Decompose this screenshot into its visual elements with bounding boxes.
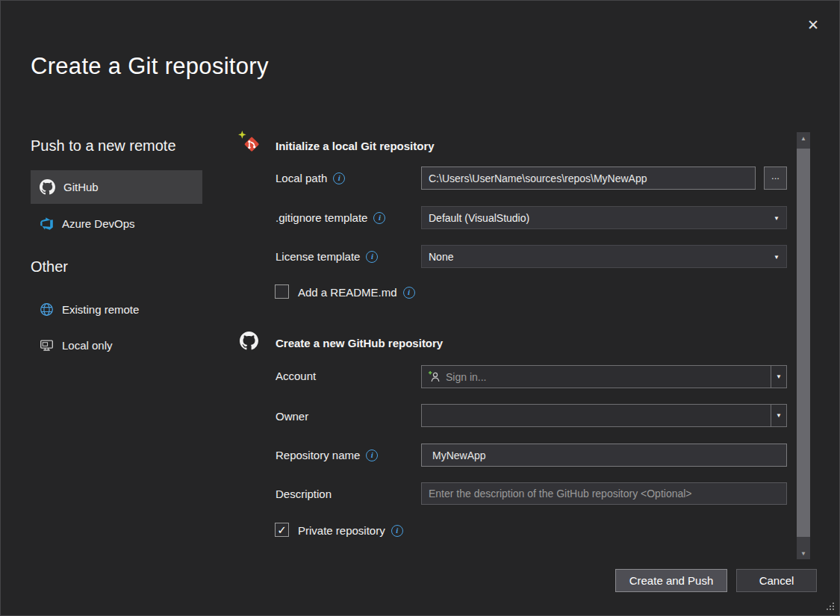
local-path-input[interactable] bbox=[421, 167, 756, 190]
readme-label-text: Add a README.md bbox=[298, 286, 397, 299]
github-icon bbox=[40, 179, 55, 195]
owner-label: Owner bbox=[276, 410, 308, 423]
sidebar-item-label: Existing remote bbox=[62, 303, 139, 316]
account-dropdown-button[interactable]: ▼ bbox=[771, 366, 786, 388]
license-label: License template i bbox=[276, 250, 378, 263]
info-icon[interactable]: i bbox=[366, 251, 378, 263]
sidebar-item-label: GitHub bbox=[63, 181, 99, 193]
create-git-repo-dialog: ✕ Create a Git repository Push to a new … bbox=[0, 0, 840, 616]
private-repo-label: Private repository i bbox=[298, 524, 403, 537]
github-section-heading: Create a new GitHub repository bbox=[276, 337, 443, 349]
close-icon: ✕ bbox=[807, 16, 819, 34]
sidebar-item-existing-remote[interactable]: Existing remote bbox=[31, 295, 202, 323]
browse-label: ... bbox=[771, 171, 780, 181]
account-dropdown[interactable]: Sign in... ▼ bbox=[421, 365, 787, 388]
github-icon bbox=[240, 332, 258, 350]
close-button[interactable]: ✕ bbox=[800, 11, 827, 38]
sidebar-item-github[interactable]: GitHub bbox=[31, 170, 202, 204]
description-label: Description bbox=[276, 488, 332, 500]
account-label: Account bbox=[276, 370, 316, 382]
local-path-label: Local path i bbox=[276, 172, 345, 184]
gitignore-label: .gitignore template i bbox=[276, 211, 385, 224]
owner-dropdown-button[interactable]: ▼ bbox=[771, 405, 786, 426]
info-icon[interactable]: i bbox=[391, 525, 403, 537]
scrollbar-thumb[interactable] bbox=[797, 149, 810, 537]
readme-checkbox[interactable] bbox=[275, 284, 289, 299]
scroll-up-button[interactable]: ▲ bbox=[797, 132, 810, 144]
sidebar-item-label: Local only bbox=[62, 339, 113, 352]
license-label-text: License template bbox=[276, 250, 360, 263]
resize-grip[interactable] bbox=[825, 601, 836, 612]
license-dropdown[interactable]: None ▼ bbox=[421, 245, 787, 268]
private-repo-checkbox[interactable]: ✓ bbox=[275, 523, 289, 537]
local-path-label-text: Local path bbox=[276, 172, 327, 184]
sidebar-item-local-only[interactable]: Local only bbox=[31, 330, 202, 360]
cancel-label: Cancel bbox=[759, 574, 794, 587]
license-value: None bbox=[429, 251, 453, 263]
monitor-icon bbox=[40, 338, 54, 352]
globe-icon bbox=[40, 302, 54, 317]
git-icon bbox=[238, 131, 262, 155]
gitignore-label-text: .gitignore template bbox=[276, 211, 367, 224]
chevron-down-icon[interactable]: ▼ bbox=[774, 253, 780, 260]
create-and-push-button[interactable]: Create and Push bbox=[615, 569, 727, 592]
account-label-text: Account bbox=[276, 370, 316, 382]
scroll-down-button[interactable]: ▼ bbox=[797, 547, 810, 559]
sign-in-icon bbox=[428, 370, 441, 383]
init-section-heading: Initialize a local Git repository bbox=[276, 140, 435, 152]
sidebar-item-azure-devops[interactable]: Azure DevOps bbox=[31, 208, 202, 239]
description-label-text: Description bbox=[276, 488, 332, 500]
cancel-button[interactable]: Cancel bbox=[736, 569, 817, 592]
other-heading: Other bbox=[31, 258, 68, 276]
gitignore-dropdown[interactable]: Default (VisualStudio) ▼ bbox=[421, 206, 787, 229]
info-icon[interactable]: i bbox=[373, 212, 385, 224]
info-icon[interactable]: i bbox=[366, 449, 378, 461]
vertical-scrollbar[interactable]: ▲ ▼ bbox=[797, 132, 810, 559]
check-icon: ✓ bbox=[277, 524, 287, 535]
gitignore-value: Default (VisualStudio) bbox=[429, 212, 529, 224]
repo-name-input[interactable] bbox=[421, 444, 787, 467]
chevron-down-icon: ▼ bbox=[776, 373, 782, 380]
browse-button[interactable]: ... bbox=[764, 167, 787, 190]
owner-dropdown[interactable]: ▼ bbox=[421, 404, 787, 427]
push-remote-heading: Push to a new remote bbox=[31, 137, 176, 155]
account-value: Sign in... bbox=[446, 371, 486, 383]
chevron-down-icon: ▼ bbox=[776, 412, 782, 419]
info-icon[interactable]: i bbox=[403, 287, 415, 299]
info-icon[interactable]: i bbox=[333, 172, 345, 184]
create-and-push-label: Create and Push bbox=[629, 574, 714, 587]
owner-label-text: Owner bbox=[276, 410, 308, 423]
readme-label: Add a README.md i bbox=[298, 286, 415, 299]
repo-name-label: Repository name i bbox=[276, 449, 378, 461]
chevron-down-icon[interactable]: ▼ bbox=[774, 214, 780, 221]
description-input[interactable] bbox=[421, 482, 787, 505]
scroll-down-icon: ▼ bbox=[800, 550, 806, 557]
azure-devops-icon bbox=[40, 217, 54, 231]
dialog-title: Create a Git repository bbox=[31, 53, 269, 80]
private-repo-label-text: Private repository bbox=[298, 524, 385, 537]
repo-name-label-text: Repository name bbox=[276, 449, 360, 461]
sidebar-item-label: Azure DevOps bbox=[62, 217, 135, 230]
scroll-up-icon: ▲ bbox=[800, 135, 806, 142]
